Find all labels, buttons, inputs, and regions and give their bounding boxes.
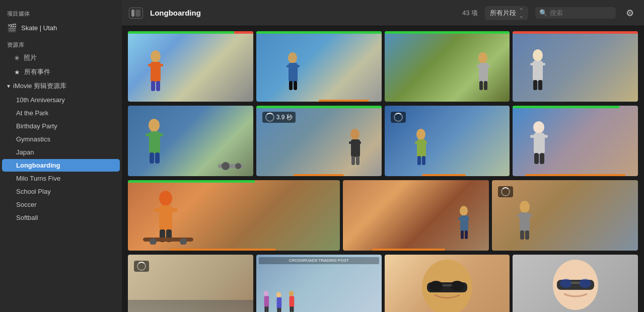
sidebar-item-gymnastics[interactable]: Gymnastics bbox=[2, 133, 120, 145]
toolbar-count: 43 项 bbox=[462, 9, 478, 18]
svg-point-68 bbox=[520, 201, 530, 213]
svg-rect-30 bbox=[150, 152, 154, 164]
sidebar-item-photos[interactable]: ✳ 照片 bbox=[0, 51, 122, 65]
svg-point-62 bbox=[460, 206, 468, 216]
svg-rect-28 bbox=[146, 133, 152, 136]
sidebar-imovie-library[interactable]: ▾ iMovie 剪辑资源库 bbox=[0, 79, 122, 93]
sidebar-item-10th-anniversary[interactable]: 10th Anniversary bbox=[2, 94, 120, 106]
video-thumb[interactable] bbox=[385, 31, 510, 102]
sidebar-item-all-events[interactable]: ★ 所有事件 bbox=[0, 65, 122, 79]
grid-row bbox=[128, 31, 638, 102]
svg-rect-39 bbox=[351, 156, 355, 165]
video-thumb[interactable] bbox=[513, 106, 638, 176]
svg-point-78 bbox=[276, 292, 281, 297]
svg-rect-1 bbox=[135, 10, 140, 17]
toolbar: Longboarding 43 项 所有片段 ⌃⌄ 🔍 ⚙ bbox=[122, 0, 644, 26]
video-thumb[interactable] bbox=[385, 106, 510, 176]
video-thumb[interactable] bbox=[128, 106, 253, 176]
svg-point-2 bbox=[151, 50, 161, 62]
segment-control[interactable]: 所有片段 ⌃⌄ bbox=[485, 6, 528, 20]
svg-point-94 bbox=[579, 279, 591, 288]
grid-row: CROSSROADS TRADING POST bbox=[128, 255, 638, 312]
video-thumb[interactable] bbox=[256, 31, 382, 102]
svg-point-35 bbox=[350, 129, 360, 140]
sidebar-item-japan[interactable]: Japan bbox=[2, 146, 120, 159]
sidebar-item-milo-turns-five[interactable]: Milo Turns Five bbox=[2, 172, 120, 185]
svg-point-82 bbox=[289, 291, 294, 296]
main-area: Longboarding 43 项 所有片段 ⌃⌄ 🔍 ⚙ bbox=[122, 0, 644, 312]
sidebar-project-item[interactable]: 🎬 Skate | Utah bbox=[0, 20, 122, 36]
sidebar-item-at-the-park[interactable]: At the Park bbox=[2, 107, 120, 119]
photos-icon: ✳ bbox=[14, 54, 20, 62]
svg-point-34 bbox=[235, 163, 241, 169]
nav-label: At the Park bbox=[16, 109, 48, 117]
sidebar-item-birthday-party[interactable]: Birthday Party bbox=[2, 120, 120, 132]
sidebar-item-school-play[interactable]: School Play bbox=[2, 185, 120, 198]
svg-rect-18 bbox=[479, 81, 483, 90]
svg-point-41 bbox=[416, 129, 425, 140]
video-thumb[interactable]: 3.9 秒 bbox=[256, 106, 382, 176]
settings-button[interactable]: ⚙ bbox=[623, 6, 637, 20]
video-thumb[interactable] bbox=[385, 255, 510, 312]
chevron-down-icon: ▾ bbox=[7, 83, 10, 90]
project-label: Skate | Utah bbox=[21, 24, 57, 32]
video-thumb[interactable] bbox=[128, 31, 253, 102]
svg-rect-90 bbox=[442, 284, 452, 286]
search-icon: 🔍 bbox=[539, 9, 547, 17]
svg-rect-6 bbox=[151, 81, 155, 91]
svg-rect-0 bbox=[131, 10, 134, 17]
sidebar-section-project: 项目媒体 bbox=[0, 5, 122, 20]
svg-point-26 bbox=[149, 119, 160, 132]
svg-point-74 bbox=[264, 291, 269, 296]
svg-rect-66 bbox=[461, 230, 464, 239]
svg-rect-76 bbox=[264, 306, 266, 312]
thumb-spinner-badge bbox=[391, 112, 406, 123]
svg-rect-5 bbox=[157, 64, 163, 66]
thumb-spinner-badge bbox=[498, 186, 513, 197]
sidebar-item-softball[interactable]: Softball bbox=[2, 211, 120, 224]
project-icon: 🎬 bbox=[7, 23, 17, 33]
nav-label: 10th Anniversary bbox=[16, 96, 65, 104]
photos-label: 照片 bbox=[24, 53, 37, 62]
spinner-icon bbox=[501, 187, 510, 196]
svg-rect-71 bbox=[526, 214, 532, 217]
sidebar: 项目媒体 🎬 Skate | Utah 资源库 ✳ 照片 ★ 所有事件 ▾ iM… bbox=[0, 0, 122, 312]
svg-rect-19 bbox=[484, 81, 487, 90]
svg-rect-83 bbox=[289, 296, 294, 307]
video-thumb[interactable]: CROSSROADS TRADING POST bbox=[256, 255, 382, 312]
nav-label: Softball bbox=[16, 214, 38, 221]
search-input[interactable] bbox=[550, 9, 610, 17]
svg-rect-46 bbox=[422, 156, 425, 165]
video-thumb[interactable] bbox=[128, 255, 253, 312]
svg-rect-4 bbox=[148, 64, 154, 66]
video-thumb[interactable] bbox=[513, 31, 638, 102]
grid-row bbox=[128, 180, 638, 251]
all-events-label: 所有事件 bbox=[24, 67, 50, 76]
video-thumb[interactable] bbox=[513, 255, 638, 312]
star-icon: ★ bbox=[14, 68, 20, 76]
svg-point-8 bbox=[288, 52, 297, 63]
svg-rect-11 bbox=[294, 65, 300, 67]
svg-rect-56 bbox=[169, 208, 177, 212]
sidebar-toggle-button[interactable] bbox=[129, 8, 143, 19]
video-thumb[interactable] bbox=[343, 180, 489, 251]
svg-rect-77 bbox=[266, 306, 268, 312]
video-thumb[interactable] bbox=[492, 180, 638, 251]
svg-rect-95 bbox=[571, 282, 580, 284]
svg-rect-22 bbox=[530, 63, 536, 65]
sidebar-library-title: 资源库 bbox=[0, 36, 122, 51]
sidebar-nav: 10th Anniversary At the Park Birthday Pa… bbox=[0, 93, 122, 224]
segment-label: 所有片段 bbox=[490, 9, 516, 18]
svg-rect-23 bbox=[539, 63, 545, 65]
sidebar-item-longboarding[interactable]: Longboarding bbox=[2, 159, 120, 172]
toolbar-title: Longboarding bbox=[150, 9, 457, 17]
video-thumb[interactable] bbox=[128, 180, 340, 251]
svg-rect-73 bbox=[525, 230, 529, 240]
svg-rect-51 bbox=[534, 153, 539, 164]
svg-rect-43 bbox=[415, 141, 420, 144]
svg-point-47 bbox=[533, 121, 544, 133]
sidebar-item-soccer[interactable]: Soccer bbox=[2, 198, 120, 211]
svg-rect-75 bbox=[264, 296, 269, 307]
svg-rect-50 bbox=[541, 135, 548, 138]
svg-rect-25 bbox=[538, 80, 542, 90]
